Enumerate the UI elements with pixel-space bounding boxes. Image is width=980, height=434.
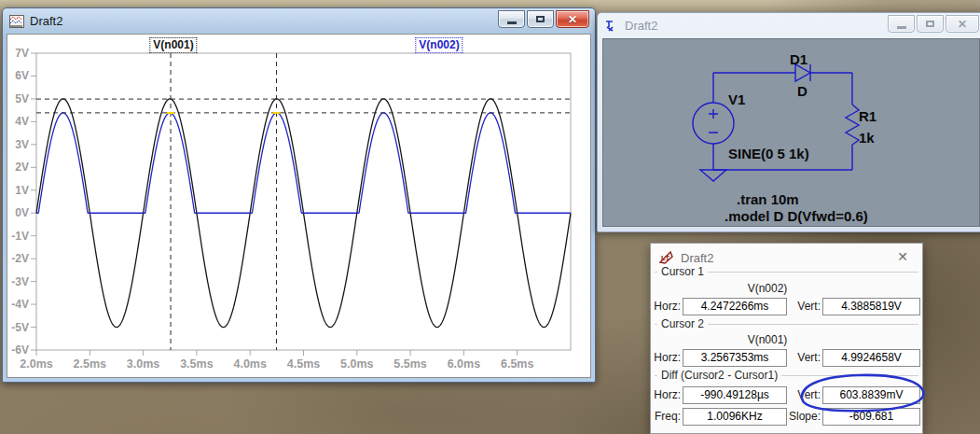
diff-vert-value[interactable]: 603.8839mV — [822, 386, 920, 404]
y-tick-label: 5V — [15, 92, 29, 105]
schematic-drawing: D1 D V1 SINE(0 5 1k) R1 1k .tran 10m .mo… — [603, 39, 979, 226]
maximize-icon — [926, 21, 934, 27]
cursor2-trace: V(n001) — [651, 333, 884, 346]
diode-ref-label[interactable]: D1 — [790, 51, 807, 67]
schematic-window: Draft2 ✕ D1 D V1 SINE(0 5 1k) R1 1k .tra — [597, 12, 980, 232]
cursor1-trace: V(n002) — [651, 282, 884, 295]
close-button[interactable]: ✕ — [945, 15, 979, 33]
y-tick-label: 4V — [15, 115, 29, 128]
minimize-icon — [507, 21, 517, 24]
x-tick-label: 4.0ms — [233, 357, 266, 371]
x-tick-label: 4.5ms — [287, 357, 320, 371]
resistor-value-label[interactable]: 1k — [859, 130, 875, 146]
voltage-source-symbol[interactable] — [693, 103, 734, 144]
y-tick-label: 6V — [15, 69, 29, 82]
plot-border — [36, 53, 571, 350]
x-tick-label: 5.0ms — [340, 357, 373, 371]
schematic-window-titlebar[interactable]: Draft2 ✕ — [598, 13, 980, 38]
diff-freq-value[interactable]: 1.0096KHz — [683, 408, 787, 426]
legend-vn002[interactable]: V(n002) — [415, 37, 462, 53]
diff-slope-value[interactable]: -609.681 — [822, 408, 920, 426]
cursor1-vert-label: Vert: — [793, 300, 821, 313]
cursor-dialog: LT Draft2 ✕ Cursor 1 V(n002) Horz: 4.247… — [650, 243, 923, 434]
waveform-window-titlebar[interactable]: Draft2 ✕ — [3, 8, 595, 34]
schematic-window-title: Draft2 — [625, 19, 888, 33]
y-tick-label: 7V — [15, 47, 29, 60]
y-tick-label: -4V — [11, 298, 29, 311]
dialog-title: Draft2 — [681, 251, 713, 265]
cursor2-horz-label: Horz: — [653, 351, 681, 364]
x-tick-label: 6.0ms — [448, 357, 480, 371]
diode-value-label[interactable]: D — [797, 83, 807, 99]
cursor2-horz-value[interactable]: 3.2567353ms — [683, 349, 787, 367]
diff-vert-label: Vert: — [793, 388, 821, 401]
diff-group-rule: Diff (Cursor2 - Cursor1) — [655, 375, 918, 376]
diff-freq-label: Freq: — [653, 410, 681, 423]
waveform-window-title: Draft2 — [30, 14, 498, 28]
x-tick-label: 3.5ms — [180, 357, 213, 371]
schematic-app-icon — [604, 19, 619, 34]
close-icon: ✕ — [958, 19, 967, 30]
close-button[interactable]: ✕ — [556, 10, 589, 28]
desktop: { "icons": { "dialog_close_glyph": "✕", … — [0, 0, 980, 434]
source-polarity-marks — [709, 109, 718, 133]
y-tick-label: 1V — [15, 184, 29, 197]
resistor-ref-label[interactable]: R1 — [859, 108, 876, 124]
waveform-window: Draft2 ✕ 7V6V5V4V3V2V1V0V-1V-2V-3V-4V-5V… — [2, 7, 596, 383]
maximize-button[interactable] — [917, 15, 944, 33]
ground-symbol[interactable] — [700, 170, 726, 181]
source-value-label[interactable]: SINE(0 5 1k) — [728, 146, 809, 161]
y-tick-label: 2V — [15, 161, 29, 174]
diff-group-label: Diff (Cursor2 - Cursor1) — [657, 369, 781, 382]
maximize-button[interactable] — [527, 10, 554, 28]
x-tick-label: 6.5ms — [501, 357, 533, 371]
waveform-plot[interactable]: 7V6V5V4V3V2V1V0V-1V-2V-3V-4V-5V-6V2.0ms2… — [7, 35, 590, 377]
resistor-symbol[interactable] — [846, 105, 859, 170]
y-tick-label: -6V — [11, 343, 29, 357]
model-directive[interactable]: .model D D(Vfwd=0.6) — [725, 208, 868, 224]
maximize-icon — [536, 16, 545, 22]
cursor1-vert-value[interactable]: 4.3885819V — [822, 298, 920, 315]
y-tick-label: 3V — [15, 138, 29, 151]
y-tick-label: -3V — [11, 275, 29, 288]
ltspice-icon: LT — [658, 249, 675, 266]
diff-horz-label: Horz: — [653, 388, 681, 401]
schematic-canvas[interactable]: D1 D V1 SINE(0 5 1k) R1 1k .tran 10m .mo… — [602, 38, 980, 227]
minimize-icon — [897, 26, 906, 29]
x-tick-label: 3.0ms — [127, 357, 159, 371]
x-tick-label: 5.5ms — [393, 357, 426, 371]
source-ref-label[interactable]: V1 — [728, 91, 745, 107]
diff-horz-value[interactable]: -990.49128µs — [683, 386, 787, 404]
cursor1-group-rule: Cursor 1 — [655, 272, 918, 273]
y-tick-label: -5V — [11, 321, 29, 334]
legend-vn001[interactable]: V(n001) — [149, 37, 197, 53]
svg-text:LT: LT — [661, 254, 669, 262]
minimize-button[interactable] — [498, 10, 525, 28]
y-tick-label: -1V — [11, 230, 29, 243]
tran-directive[interactable]: .tran 10m — [737, 191, 799, 207]
cursor1-horz-value[interactable]: 4.2472266ms — [683, 298, 787, 315]
cursor2-vert-value[interactable]: 4.9924658V — [822, 349, 920, 367]
minimize-button[interactable] — [888, 15, 915, 33]
cursor1-group-label: Cursor 1 — [657, 265, 708, 278]
dialog-close-icon[interactable]: ✕ — [893, 248, 912, 265]
y-tick-label: -2V — [11, 252, 29, 265]
waveform-app-icon — [9, 15, 24, 28]
x-tick-label: 2.0ms — [20, 357, 52, 371]
trace-V(n002)[interactable] — [36, 113, 571, 213]
waveform-plot-client: 7V6V5V4V3V2V1V0V-1V-2V-3V-4V-5V-6V2.0ms2… — [7, 34, 591, 378]
diff-slope-label: Slope: — [787, 410, 821, 423]
cursor2-group-label: Cursor 2 — [657, 317, 708, 330]
cursor2-group-rule: Cursor 2 — [655, 324, 918, 325]
y-tick-label: 0V — [15, 206, 29, 219]
cursor2-vert-label: Vert: — [793, 351, 821, 364]
close-icon: ✕ — [568, 14, 577, 25]
cursor1-horz-label: Horz: — [653, 300, 681, 313]
x-tick-label: 2.5ms — [74, 357, 106, 371]
